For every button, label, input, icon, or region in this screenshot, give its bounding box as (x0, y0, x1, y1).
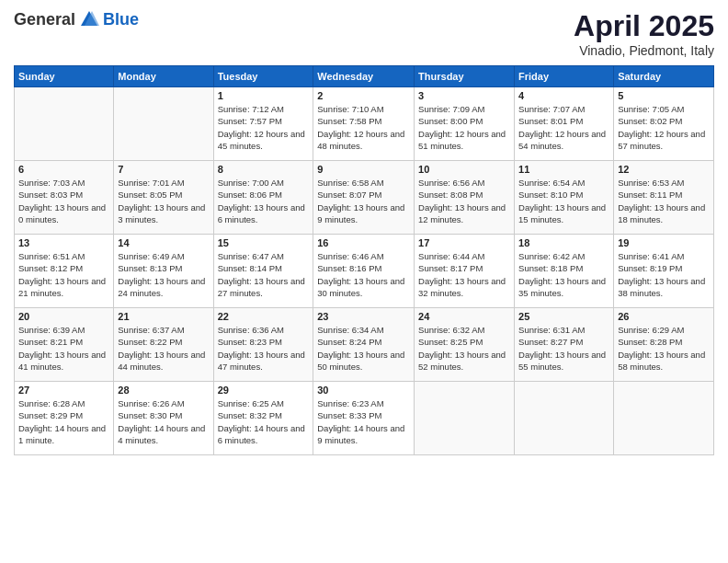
weekday-header: Friday (515, 66, 614, 87)
day-info: Sunrise: 6:51 AMSunset: 8:12 PMDaylight:… (18, 250, 109, 299)
calendar-day-cell: 26Sunrise: 6:29 AMSunset: 8:28 PMDayligh… (614, 308, 714, 382)
logo-general: General (14, 10, 75, 29)
calendar-page: General Blue April 2025 Vinadio, Piedmon… (0, 0, 728, 563)
day-info: Sunrise: 6:37 AMSunset: 8:22 PMDaylight:… (118, 324, 209, 373)
day-info: Sunrise: 7:03 AMSunset: 8:03 PMDaylight:… (18, 177, 109, 225)
day-info: Sunrise: 7:00 AMSunset: 8:06 PMDaylight:… (218, 177, 310, 225)
calendar-day-cell: 21Sunrise: 6:37 AMSunset: 8:22 PMDayligh… (114, 308, 213, 382)
weekday-header: Wednesday (313, 66, 415, 87)
calendar-day-cell: 8Sunrise: 7:00 AMSunset: 8:06 PMDaylight… (213, 161, 313, 235)
calendar-day-cell: 1Sunrise: 7:12 AMSunset: 7:57 PMDaylight… (213, 87, 313, 161)
day-number: 11 (518, 164, 609, 175)
calendar-week-row: 13Sunrise: 6:51 AMSunset: 8:12 PMDayligh… (15, 235, 714, 308)
day-info: Sunrise: 6:46 AMSunset: 8:16 PMDaylight:… (317, 250, 410, 299)
day-number: 17 (418, 237, 510, 248)
calendar-day-cell (114, 87, 213, 161)
day-info: Sunrise: 6:23 AMSunset: 8:33 PMDaylight:… (317, 397, 410, 446)
day-info: Sunrise: 6:29 AMSunset: 8:28 PMDaylight:… (618, 324, 710, 373)
day-info: Sunrise: 6:49 AMSunset: 8:13 PMDaylight:… (118, 250, 209, 299)
calendar-day-cell: 12Sunrise: 6:53 AMSunset: 8:11 PMDayligh… (614, 161, 714, 235)
day-number: 1 (218, 90, 310, 101)
calendar-day-cell (614, 382, 714, 455)
calendar-table: SundayMondayTuesdayWednesdayThursdayFrid… (14, 65, 714, 455)
day-number: 10 (418, 164, 510, 175)
day-number: 4 (518, 90, 609, 101)
calendar-week-row: 1Sunrise: 7:12 AMSunset: 7:57 PMDaylight… (15, 87, 714, 161)
day-number: 25 (518, 311, 609, 322)
calendar-week-row: 27Sunrise: 6:28 AMSunset: 8:29 PMDayligh… (15, 382, 714, 455)
day-number: 16 (317, 237, 410, 248)
day-number: 13 (18, 237, 109, 248)
day-number: 18 (518, 237, 609, 248)
calendar-day-cell: 11Sunrise: 6:54 AMSunset: 8:10 PMDayligh… (515, 161, 614, 235)
weekday-header: Monday (114, 66, 213, 87)
calendar-day-cell: 3Sunrise: 7:09 AMSunset: 8:00 PMDaylight… (415, 87, 515, 161)
weekday-header: Saturday (614, 66, 714, 87)
calendar-day-cell: 14Sunrise: 6:49 AMSunset: 8:13 PMDayligh… (114, 235, 213, 308)
day-number: 5 (618, 90, 710, 101)
calendar-day-cell (15, 87, 114, 161)
day-info: Sunrise: 6:31 AMSunset: 8:27 PMDaylight:… (518, 324, 609, 373)
day-number: 15 (218, 237, 310, 248)
day-info: Sunrise: 6:44 AMSunset: 8:17 PMDaylight:… (418, 250, 510, 299)
day-info: Sunrise: 6:34 AMSunset: 8:24 PMDaylight:… (317, 324, 410, 373)
day-number: 23 (317, 311, 410, 322)
day-info: Sunrise: 6:28 AMSunset: 8:29 PMDaylight:… (18, 397, 109, 446)
day-number: 7 (118, 164, 209, 175)
calendar-day-cell: 27Sunrise: 6:28 AMSunset: 8:29 PMDayligh… (15, 382, 114, 455)
calendar-week-row: 6Sunrise: 7:03 AMSunset: 8:03 PMDaylight… (15, 161, 714, 235)
month-title: April 2025 (574, 9, 714, 43)
day-info: Sunrise: 7:10 AMSunset: 7:58 PMDaylight:… (317, 103, 410, 152)
calendar-day-cell: 10Sunrise: 6:56 AMSunset: 8:08 PMDayligh… (415, 161, 515, 235)
day-info: Sunrise: 6:39 AMSunset: 8:21 PMDaylight:… (18, 324, 109, 373)
calendar-day-cell: 19Sunrise: 6:41 AMSunset: 8:19 PMDayligh… (614, 235, 714, 308)
calendar-day-cell: 25Sunrise: 6:31 AMSunset: 8:27 PMDayligh… (515, 308, 614, 382)
title-area: April 2025 Vinadio, Piedmont, Italy (574, 9, 714, 58)
calendar-day-cell: 7Sunrise: 7:01 AMSunset: 8:05 PMDaylight… (114, 161, 213, 235)
day-number: 26 (618, 311, 710, 322)
day-number: 20 (18, 311, 109, 322)
day-info: Sunrise: 6:54 AMSunset: 8:10 PMDaylight:… (518, 177, 609, 225)
calendar-day-cell: 2Sunrise: 7:10 AMSunset: 7:58 PMDaylight… (313, 87, 415, 161)
calendar-header-row: SundayMondayTuesdayWednesdayThursdayFrid… (15, 66, 714, 87)
day-info: Sunrise: 6:47 AMSunset: 8:14 PMDaylight:… (218, 250, 310, 299)
calendar-day-cell: 17Sunrise: 6:44 AMSunset: 8:17 PMDayligh… (415, 235, 515, 308)
location-title: Vinadio, Piedmont, Italy (574, 43, 714, 58)
day-number: 14 (118, 237, 209, 248)
calendar-day-cell: 9Sunrise: 6:58 AMSunset: 8:07 PMDaylight… (313, 161, 415, 235)
day-info: Sunrise: 7:12 AMSunset: 7:57 PMDaylight:… (218, 103, 310, 152)
weekday-header: Sunday (15, 66, 114, 87)
day-number: 29 (218, 385, 310, 396)
calendar-day-cell: 13Sunrise: 6:51 AMSunset: 8:12 PMDayligh… (15, 235, 114, 308)
calendar-day-cell: 15Sunrise: 6:47 AMSunset: 8:14 PMDayligh… (213, 235, 313, 308)
calendar-day-cell: 29Sunrise: 6:25 AMSunset: 8:32 PMDayligh… (213, 382, 313, 455)
day-number: 12 (618, 164, 710, 175)
day-number: 30 (317, 385, 410, 396)
day-number: 6 (18, 164, 109, 175)
calendar-day-cell: 24Sunrise: 6:32 AMSunset: 8:25 PMDayligh… (415, 308, 515, 382)
day-number: 3 (418, 90, 510, 101)
day-number: 22 (218, 311, 310, 322)
logo-icon (79, 9, 99, 29)
calendar-day-cell: 6Sunrise: 7:03 AMSunset: 8:03 PMDaylight… (15, 161, 114, 235)
weekday-header: Thursday (415, 66, 515, 87)
day-info: Sunrise: 6:53 AMSunset: 8:11 PMDaylight:… (618, 177, 710, 225)
weekday-header: Tuesday (213, 66, 313, 87)
day-info: Sunrise: 6:41 AMSunset: 8:19 PMDaylight:… (618, 250, 710, 299)
logo-blue: Blue (103, 10, 139, 29)
calendar-day-cell: 30Sunrise: 6:23 AMSunset: 8:33 PMDayligh… (313, 382, 415, 455)
day-info: Sunrise: 6:42 AMSunset: 8:18 PMDaylight:… (518, 250, 609, 299)
calendar-day-cell: 22Sunrise: 6:36 AMSunset: 8:23 PMDayligh… (213, 308, 313, 382)
calendar-day-cell: 18Sunrise: 6:42 AMSunset: 8:18 PMDayligh… (515, 235, 614, 308)
calendar-day-cell: 28Sunrise: 6:26 AMSunset: 8:30 PMDayligh… (114, 382, 213, 455)
day-number: 21 (118, 311, 209, 322)
day-info: Sunrise: 7:01 AMSunset: 8:05 PMDaylight:… (118, 177, 209, 225)
day-number: 9 (317, 164, 410, 175)
calendar-week-row: 20Sunrise: 6:39 AMSunset: 8:21 PMDayligh… (15, 308, 714, 382)
day-number: 28 (118, 385, 209, 396)
calendar-day-cell (415, 382, 515, 455)
day-number: 19 (618, 237, 710, 248)
day-number: 27 (18, 385, 109, 396)
header: General Blue April 2025 Vinadio, Piedmon… (14, 9, 714, 58)
day-info: Sunrise: 7:09 AMSunset: 8:00 PMDaylight:… (418, 103, 510, 152)
